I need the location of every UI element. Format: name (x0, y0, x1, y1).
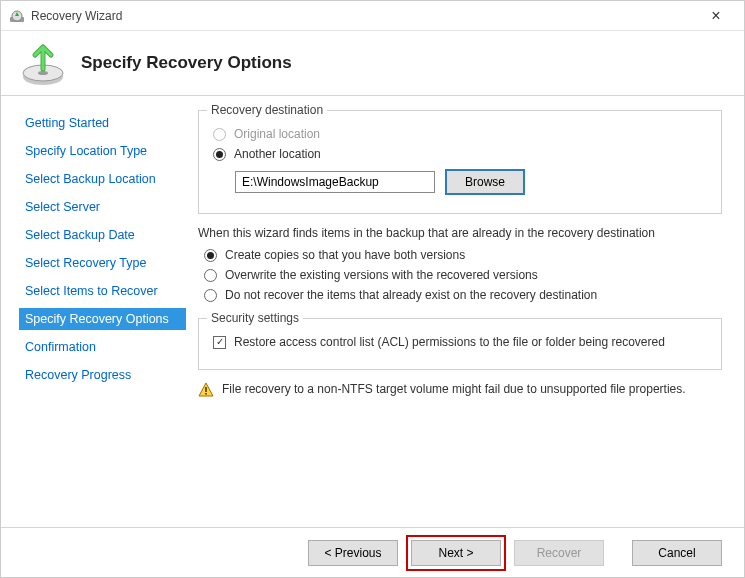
radio-icon (213, 128, 226, 141)
checkbox-restore-acl[interactable]: ✓ Restore access control list (ACL) perm… (213, 335, 707, 349)
step-confirmation[interactable]: Confirmation (19, 336, 186, 358)
next-button-highlight: Next > (406, 535, 506, 571)
titlebar: Recovery Wizard × (1, 1, 744, 31)
radio-another-location[interactable]: Another location (213, 147, 707, 161)
radio-icon (204, 269, 217, 282)
step-select-backup-location[interactable]: Select Backup Location (19, 168, 186, 190)
step-select-backup-date[interactable]: Select Backup Date (19, 224, 186, 246)
svg-rect-5 (205, 387, 207, 392)
checkbox-icon: ✓ (213, 336, 226, 349)
recover-button: Recover (514, 540, 604, 566)
step-specify-location-type[interactable]: Specify Location Type (19, 140, 186, 162)
wizard-footer: < Previous Next > Recover Cancel (1, 527, 744, 577)
wizard-content: Recovery destination Original location A… (186, 96, 744, 527)
recovery-icon (19, 39, 67, 87)
step-specify-recovery-options[interactable]: Specify Recovery Options (19, 308, 186, 330)
step-recovery-progress[interactable]: Recovery Progress (19, 364, 186, 386)
radio-label: Another location (234, 147, 321, 161)
security-settings-group: Security settings ✓ Restore access contr… (198, 318, 722, 370)
security-settings-legend: Security settings (207, 311, 303, 325)
conflict-intro: When this wizard finds items in the back… (198, 226, 722, 240)
radio-create-copies[interactable]: Create copies so that you have both vers… (204, 248, 722, 262)
step-select-recovery-type[interactable]: Select Recovery Type (19, 252, 186, 274)
radio-icon (204, 249, 217, 262)
close-icon[interactable]: × (696, 7, 736, 25)
previous-button[interactable]: < Previous (308, 540, 398, 566)
wizard-steps-sidebar: Getting Started Specify Location Type Se… (1, 96, 186, 527)
checkbox-label: Restore access control list (ACL) permis… (234, 335, 665, 349)
browse-button[interactable]: Browse (445, 169, 525, 195)
page-title: Specify Recovery Options (81, 53, 292, 73)
radio-skip-existing[interactable]: Do not recover the items that already ex… (204, 288, 722, 302)
radio-icon (204, 289, 217, 302)
app-icon (9, 8, 25, 24)
radio-label: Do not recover the items that already ex… (225, 288, 597, 302)
recovery-path-input[interactable] (235, 171, 435, 193)
step-getting-started[interactable]: Getting Started (19, 112, 186, 134)
step-select-server[interactable]: Select Server (19, 196, 186, 218)
step-select-items-to-recover[interactable]: Select Items to Recover (19, 280, 186, 302)
next-button[interactable]: Next > (411, 540, 501, 566)
warning-icon (198, 382, 214, 398)
svg-rect-6 (205, 393, 207, 395)
svg-point-4 (38, 71, 48, 75)
radio-label: Overwrite the existing versions with the… (225, 268, 538, 282)
radio-icon (213, 148, 226, 161)
wizard-header: Specify Recovery Options (1, 31, 744, 96)
radio-original-location: Original location (213, 127, 707, 141)
radio-label: Original location (234, 127, 320, 141)
radio-overwrite[interactable]: Overwrite the existing versions with the… (204, 268, 722, 282)
window-title: Recovery Wizard (31, 9, 696, 23)
radio-label: Create copies so that you have both vers… (225, 248, 465, 262)
recovery-destination-group: Recovery destination Original location A… (198, 110, 722, 214)
recovery-destination-legend: Recovery destination (207, 103, 327, 117)
warning-row: File recovery to a non-NTFS target volum… (198, 382, 722, 398)
warning-text: File recovery to a non-NTFS target volum… (222, 382, 686, 396)
cancel-button[interactable]: Cancel (632, 540, 722, 566)
